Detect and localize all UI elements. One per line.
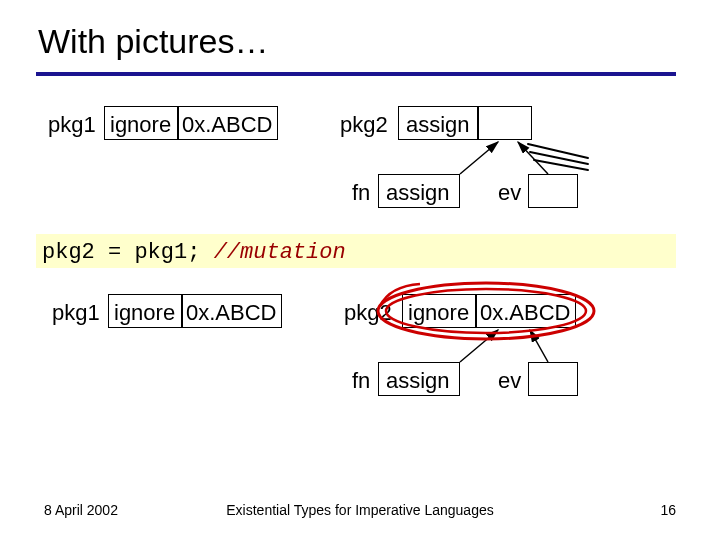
text-pkg2-ignore-bot: ignore	[408, 300, 469, 326]
label-fn-bot: fn	[352, 368, 370, 394]
text-pkg1-addr-top: 0x.ABCD	[182, 112, 272, 138]
text-fn-assign-bot: assign	[386, 368, 450, 394]
text-pkg2-addr-bot: 0x.ABCD	[480, 300, 570, 326]
text-pkg1-ignore-bot: ignore	[114, 300, 175, 326]
label-pkg1-top: pkg1	[48, 112, 96, 138]
arrow-fn-to-pkg2-top	[460, 142, 498, 174]
label-pkg1-bot: pkg1	[52, 300, 100, 326]
title-underline	[36, 72, 676, 76]
label-pkg2-top: pkg2	[340, 112, 388, 138]
arrow-ev-to-pkg2-bot	[530, 330, 548, 362]
arrow-fn-to-pkg2-bot	[460, 330, 498, 362]
box-pkg2-blank-top	[478, 106, 532, 140]
code-line: pkg2 = pkg1; //mutation	[42, 240, 346, 265]
label-ev-bot: ev	[498, 368, 521, 394]
box-ev-top	[528, 174, 578, 208]
footer-title: Existential Types for Imperative Languag…	[0, 502, 720, 518]
arrows-layer	[0, 0, 720, 540]
slide: With pictures… pkg1 ignore 0x.ABCD pkg2 …	[0, 0, 720, 540]
label-pkg2-bot: pkg2	[344, 300, 392, 326]
footer-pagenum: 16	[660, 502, 676, 518]
code-comment: //mutation	[214, 240, 346, 265]
text-pkg1-addr-bot: 0x.ABCD	[186, 300, 276, 326]
slide-title: With pictures…	[38, 22, 269, 61]
label-ev-top: ev	[498, 180, 521, 206]
label-fn-top: fn	[352, 180, 370, 206]
box-ev-bot	[528, 362, 578, 396]
text-pkg2-assign-top: assign	[406, 112, 470, 138]
code-stmt: pkg2 = pkg1;	[42, 240, 214, 265]
text-fn-assign-top: assign	[386, 180, 450, 206]
arrow-ev-to-pkg2-top	[518, 142, 548, 174]
scribble-icon	[528, 144, 588, 170]
text-pkg1-ignore-top: ignore	[110, 112, 171, 138]
